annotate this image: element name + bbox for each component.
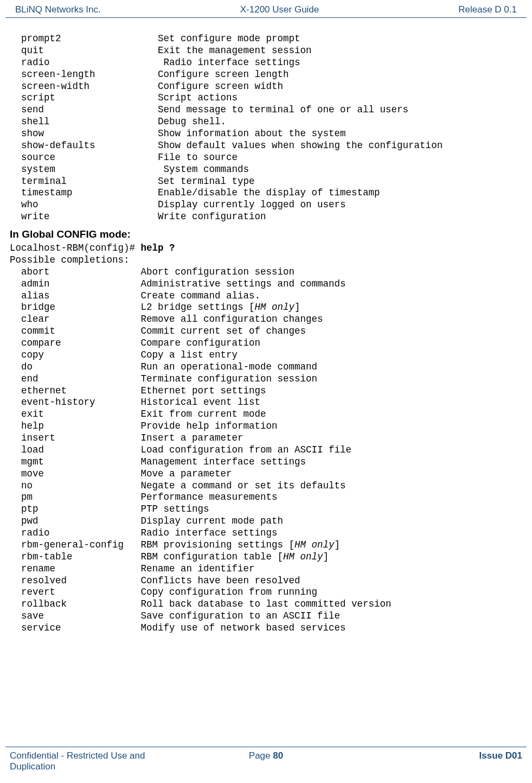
command-row: alias Create command alias. — [10, 290, 522, 302]
command-row: help Provide help information — [10, 421, 522, 432]
section-heading: In Global CONFIG mode: — [10, 228, 522, 240]
command-row: source File to source — [10, 152, 522, 164]
command-row: rollback Roll back database to last comm… — [10, 599, 522, 610]
header-right: Release D 0.1 — [458, 4, 517, 15]
command-row: screen-length Configure screen length — [10, 69, 522, 81]
command-list-top: prompt2 Set configure mode prompt quit E… — [10, 33, 522, 223]
command-row: rbm-table RBM configuration table [HM on… — [10, 551, 522, 563]
page-footer: Confidential - Restricted Use and Duplic… — [5, 747, 527, 783]
command-row: service Modify use of network based serv… — [10, 622, 522, 634]
command-row: pm Performance measurements — [10, 492, 522, 504]
footer-right: Issue D01 — [351, 750, 522, 772]
prompt-line: Localhost-RBM(config)# help ? — [10, 243, 522, 254]
command-row: bridge L2 bridge settings [HM only] — [10, 302, 522, 314]
command-row: admin Administrative settings and comman… — [10, 278, 522, 290]
footer-page-number: 80 — [273, 750, 283, 761]
command-row: rename Rename an identifier — [10, 563, 522, 575]
footer-left: Confidential - Restricted Use and Duplic… — [10, 750, 181, 772]
command-row: radio Radio interface settings — [10, 527, 522, 539]
command-row: end Terminate configuration session — [10, 373, 522, 385]
footer-center: Page 80 — [181, 750, 351, 772]
command-row: no Negate a command or set its defaults — [10, 480, 522, 492]
command-row: insert Insert a parameter — [10, 432, 522, 444]
command-row: do Run an operational-mode command — [10, 361, 522, 373]
command-row: save Save configuration to an ASCII file — [10, 610, 522, 622]
footer-page-prefix: Page — [249, 750, 273, 761]
page-content: prompt2 Set configure mode prompt quit E… — [0, 18, 532, 634]
command-list-config: abort Abort configuration session admin … — [10, 266, 522, 634]
header-center: X-1200 User Guide — [240, 4, 319, 15]
command-row: prompt2 Set configure mode prompt — [10, 33, 522, 45]
command-row: who Display currently logged on users — [10, 199, 522, 211]
command-row: script Script actions — [10, 92, 522, 104]
command-row: compare Compare configuration — [10, 338, 522, 349]
command-row: abort Abort configuration session — [10, 266, 522, 278]
command-row: rbm-general-config RBM provisioning sett… — [10, 539, 522, 551]
command-row: system System commands — [10, 164, 522, 176]
command-row: timestamp Enable/disable the display of … — [10, 187, 522, 199]
command-row: shell Debug shell. — [10, 116, 522, 128]
header-left: BLiNQ Networks Inc. — [15, 4, 101, 15]
command-row: move Move a parameter — [10, 468, 522, 480]
command-row: event-history Historical event list — [10, 397, 522, 409]
command-row: screen-width Configure screen width — [10, 81, 522, 93]
command-row: radio Radio interface settings — [10, 57, 522, 69]
command-row: clear Remove all configuration changes — [10, 314, 522, 326]
completions-label: Possible completions: — [10, 254, 522, 266]
command-row: quit Exit the management session — [10, 45, 522, 57]
command-row: exit Exit from current mode — [10, 409, 522, 421]
page-header: BLiNQ Networks Inc. X-1200 User Guide Re… — [5, 0, 527, 18]
prompt-prefix: Localhost-RBM(config)# — [10, 243, 141, 253]
command-row: write Write configuration — [10, 211, 522, 223]
command-row: commit Commit current set of changes — [10, 326, 522, 338]
command-row: show Show information about the system — [10, 128, 522, 140]
command-row: pwd Display current mode path — [10, 515, 522, 527]
command-row: revert Copy configuration from running — [10, 587, 522, 599]
command-row: copy Copy a list entry — [10, 349, 522, 361]
command-row: load Load configuration from an ASCII fi… — [10, 444, 522, 456]
command-row: send Send message to terminal of one or … — [10, 104, 522, 116]
command-row: mgmt Management interface settings — [10, 456, 522, 468]
command-row: ethernet Ethernet port settings — [10, 385, 522, 397]
prompt-command: help ? — [141, 243, 175, 253]
command-row: resolved Conflicts have been resolved — [10, 575, 522, 587]
command-row: show-defaults Show default values when s… — [10, 140, 522, 152]
command-row: terminal Set terminal type — [10, 176, 522, 188]
command-row: ptp PTP settings — [10, 504, 522, 515]
